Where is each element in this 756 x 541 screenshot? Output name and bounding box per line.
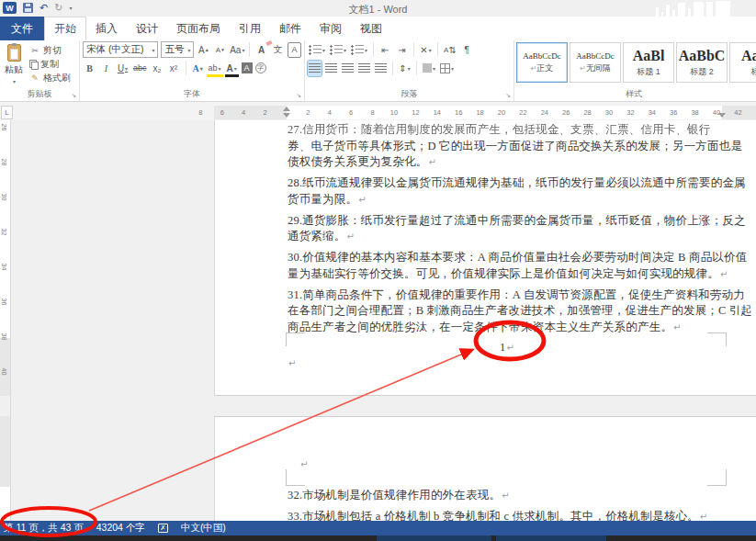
ruler-number: 8 (198, 108, 202, 117)
paste-button[interactable]: 粘贴 ▾ (0, 40, 28, 85)
ruler-number: 10 (390, 108, 398, 117)
group-label-clipboard: 剪贴板 (0, 88, 79, 100)
superscript-button[interactable]: x² (167, 61, 181, 76)
ruler-number: 6 (349, 108, 353, 117)
bold-button[interactable]: B (83, 61, 96, 76)
sort-button[interactable]: A⇅ (443, 42, 457, 58)
ruler-number: 30 (605, 108, 613, 117)
subscript-button[interactable]: x₂ (151, 61, 164, 76)
pilcrow-icon: ↵ (502, 490, 510, 501)
multilevel-list-button[interactable]: ▾ (350, 42, 368, 58)
tab-页面布局[interactable]: 页面布局 (167, 17, 230, 40)
grow-font-button[interactable]: A▲ (197, 42, 210, 58)
font-color-button[interactable]: A▾ (225, 61, 239, 76)
align-center-icon (325, 63, 337, 73)
strikethrough-button[interactable]: abc (132, 61, 148, 76)
tab-邮件[interactable]: 邮件 (270, 17, 310, 40)
horizontal-ruler[interactable]: 8642246810121416182022242628303234363840… (13, 106, 756, 119)
copy-button[interactable]: 复制 (28, 57, 71, 71)
highlight-button[interactable]: ab▾ (208, 61, 222, 76)
tab-stop-selector[interactable]: L (1, 106, 13, 119)
numbered-list-button[interactable]: ▾ (329, 42, 347, 58)
ruler-number: 14 (434, 108, 441, 117)
ruler-number: 18 (476, 108, 483, 117)
document-line: ↵ (288, 356, 727, 372)
tab-file[interactable]: 文件 (0, 17, 44, 40)
group-paragraph: ▾ ▾ ▾ ⇤ ⇥ ✕▾ A⇅ ¶ ⇕▾ ▾ (305, 40, 514, 101)
style-card-标题 2[interactable]: AaBbC标题 2 (676, 42, 728, 83)
page-2[interactable]: 32.市场机制是价值规律作用的外在表现。↵33.市场机制包括 a 价格机制 b … (214, 416, 756, 521)
language-indicator[interactable]: 中文(中国) (181, 522, 226, 535)
ruler-number: 4 (242, 108, 245, 117)
char-shading-button[interactable]: A (242, 62, 253, 73)
align-left-button[interactable] (308, 61, 322, 76)
page-indicator[interactable]: 第 11 页，共 43 页 (4, 522, 84, 535)
pilcrow-icon: ↵ (428, 157, 436, 167)
document-area[interactable]: 2628303234363840 27.信用货币：随着信用制度的发展而产生，包括… (0, 120, 756, 521)
document-line: 债权债务关系更为复杂化。↵ (288, 154, 727, 170)
shading-button[interactable]: ▾ (422, 61, 436, 76)
status-bar: 第 11 页，共 43 页 43204 个字 ✗ 中文(中国) (0, 521, 756, 535)
tab-引用[interactable]: 引用 (230, 17, 270, 40)
char-border-button[interactable]: A (288, 42, 301, 58)
increase-indent-button[interactable]: ⇥ (395, 42, 409, 58)
text-effects-button[interactable]: A▾ (191, 61, 205, 76)
pilcrow-icon: ↵ (700, 512, 708, 521)
dialog-launcher-icon[interactable]: ↘ (505, 92, 511, 99)
pilcrow-icon: ↵ (300, 459, 309, 469)
italic-button[interactable]: I (99, 61, 113, 76)
bullet-list-button[interactable]: ▾ (308, 42, 326, 58)
hanging-indent-marker[interactable] (283, 113, 290, 118)
style-card-无间隔[interactable]: AaBbCcDc↵无间隔 (570, 42, 621, 83)
tab-设计[interactable]: 设计 (127, 17, 167, 40)
cut-button[interactable]: ✂ 剪切 (28, 43, 71, 57)
style-card-正文[interactable]: AaBbCcDc↵正文 (516, 42, 568, 83)
line-spacing-button[interactable]: ⇕▾ (398, 61, 412, 76)
align-right-button[interactable] (341, 61, 355, 76)
decrease-indent-button[interactable]: ⇤ (378, 42, 392, 58)
ruler-number: 38 (691, 108, 698, 117)
justify-button[interactable] (357, 61, 371, 76)
ruby-guide-button[interactable]: 文 (271, 42, 285, 58)
distribute-button[interactable] (374, 61, 388, 76)
group-clipboard: 粘贴 ▾ ✂ 剪切 复制 ✎ 格式刷 (0, 40, 80, 101)
font-family-combo[interactable]: 宋体 (中文正)▾ (83, 41, 158, 58)
dialog-launcher-icon[interactable]: ↘ (296, 92, 301, 99)
tab-视图[interactable]: 视图 (351, 17, 391, 40)
document-line: 30.价值规律的基本内容和基本要求：A 商品价值量由社会必要劳动时间决定 B 商… (288, 250, 727, 265)
scissors-icon: ✂ (29, 46, 40, 55)
vertical-ruler[interactable]: 2628303234363840 (0, 120, 11, 521)
pilcrow-icon: ↵ (358, 195, 367, 205)
shrink-font-button[interactable]: A▼ (213, 42, 227, 58)
word-count[interactable]: 43204 个字 (96, 522, 145, 535)
dialog-launcher-icon[interactable]: ↘ (71, 92, 76, 99)
underline-button[interactable]: U▾ (116, 61, 130, 76)
proofing-icon[interactable]: ✗ (158, 524, 168, 533)
ruler-number: 34 (1, 264, 7, 271)
document-line: 量为基础实行等价交换。可见，价值规律实际上是价值如何决定与如何实现的规律。↵ (288, 266, 727, 282)
page-1[interactable]: 27.信用货币：随着信用制度的发展而产生，包括现金、支票、汇票、信用卡、银行券、… (214, 120, 756, 396)
align-center-button[interactable] (324, 61, 338, 76)
clear-format-button[interactable]: A (254, 42, 268, 58)
format-painter-button[interactable]: ✎ 格式刷 (28, 71, 71, 85)
document-line: 33.市场机制包括 a 价格机制 b 竞争机制和 c 供求机制。其中，价格机制是… (288, 509, 727, 521)
cjk-layout-button[interactable]: ✕▾ (419, 42, 433, 58)
tab-审阅[interactable]: 审阅 (310, 17, 351, 40)
font-size-combo[interactable]: 五号▾ (161, 41, 194, 58)
title-bar: W ↶ ↻ ▾ 文档1 - Word (0, 0, 756, 17)
group-font: 宋体 (中文正)▾ 五号▾ A▲ A▼ Aa▾ A 文 A B I U▾ abc… (80, 40, 305, 101)
document-line: 28.纸币流通规律要以金属货币流通规律为基础，纸币的发行量必须以流通中所需要的金… (288, 175, 727, 191)
style-card-标[interactable]: AaB标 (729, 42, 756, 83)
word-window: W ↶ ↻ ▾ 文档1 - Word 文件 开始插入设计页面布局引用邮件审阅视图… (0, 0, 756, 541)
change-case-button[interactable]: Aa▾ (230, 42, 244, 58)
borders-button[interactable]: ▾ (439, 61, 455, 76)
document-line: 通货紧缩。↵ (288, 229, 727, 244)
ruler-number: 30 (1, 194, 7, 201)
style-card-标题 1[interactable]: AaBl标题 1 (623, 42, 674, 83)
tab-开始[interactable]: 开始 (44, 17, 86, 40)
enclose-char-button[interactable]: 字 (255, 62, 266, 73)
paste-icon (7, 44, 21, 62)
show-marks-button[interactable]: ¶ (460, 42, 474, 58)
first-line-indent-marker[interactable] (283, 107, 290, 111)
tab-插入[interactable]: 插入 (86, 17, 127, 40)
